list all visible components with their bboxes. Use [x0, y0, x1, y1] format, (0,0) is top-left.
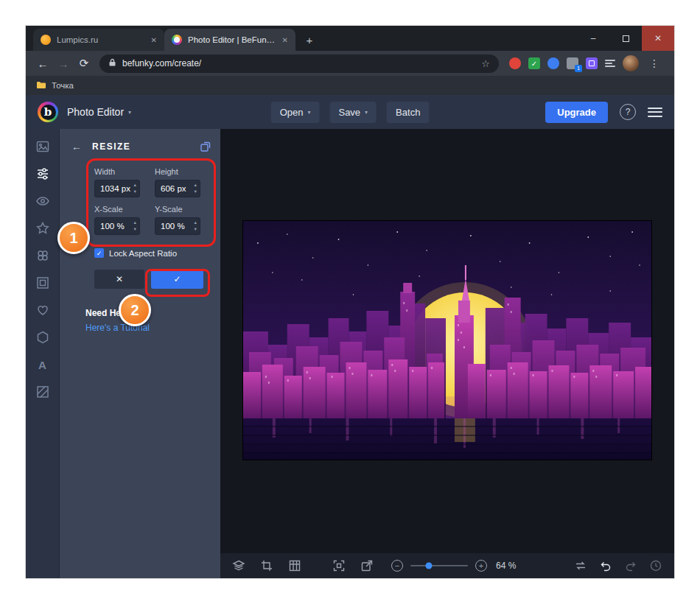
- tab-title: Lumpics.ru: [57, 35, 145, 44]
- antivirus-ext-icon[interactable]: ✓: [528, 57, 540, 69]
- globe-ext-icon[interactable]: [547, 57, 559, 69]
- tab-lumpics[interactable]: Lumpics.ru ✕: [33, 29, 164, 51]
- stepper-down-icon[interactable]: ▼: [194, 228, 197, 232]
- compare-flip-icon[interactable]: [574, 559, 587, 572]
- lock-icon: [108, 57, 116, 70]
- layers-icon[interactable]: [232, 559, 245, 572]
- height-input[interactable]: 606 px ▲ ▼: [155, 180, 200, 197]
- photo-artboard[interactable]: [243, 221, 651, 460]
- adblock-ext-icon[interactable]: [509, 57, 521, 69]
- new-tab-button[interactable]: +: [300, 30, 319, 49]
- back-arrow-icon[interactable]: ←: [69, 138, 85, 155]
- app-menu-button[interactable]: Photo Editor ▾: [67, 106, 131, 118]
- textures-icon[interactable]: [35, 384, 50, 399]
- tab-title: Photo Editor | BeFunky: Free Onl: [188, 35, 276, 44]
- tool-rail: A: [26, 129, 60, 578]
- yscale-input[interactable]: 100 % ▲ ▼: [155, 217, 200, 235]
- lock-aspect-label: Lock Aspect Ratio: [109, 249, 177, 258]
- overlays-heart-icon[interactable]: [35, 303, 50, 317]
- graphics-hexagon-icon[interactable]: [35, 330, 50, 345]
- resize-panel: ← RESIZE Width Height 1034: [60, 129, 220, 578]
- bookmarks-bar: Точка: [26, 76, 674, 95]
- history-icon[interactable]: [649, 559, 662, 572]
- zoom-out-icon[interactable]: −: [391, 560, 403, 572]
- minimize-button[interactable]: –: [577, 26, 609, 51]
- frames-icon[interactable]: [35, 275, 50, 290]
- zoom-slider-handle[interactable]: [425, 563, 432, 569]
- url-text: befunky.com/create/: [122, 58, 201, 69]
- need-help-text: Need Help?: [85, 308, 220, 318]
- purple-ext-icon[interactable]: [586, 57, 598, 69]
- browser-menu-icon[interactable]: ⋮: [646, 57, 662, 69]
- stepper-up-icon[interactable]: ▲: [133, 183, 137, 188]
- redo-icon[interactable]: [624, 559, 637, 572]
- maximize-button[interactable]: [609, 26, 642, 51]
- text-tool-icon[interactable]: A: [35, 357, 50, 372]
- zoom-in-icon[interactable]: +: [475, 560, 487, 572]
- upgrade-button[interactable]: Upgrade: [545, 102, 608, 123]
- crop-icon[interactable]: [260, 559, 273, 572]
- xscale-label: X-Scale: [94, 205, 140, 214]
- tutorial-link[interactable]: Here's a Tutorial: [85, 323, 220, 333]
- stepper-up-icon[interactable]: ▲: [194, 221, 197, 225]
- image-manager-icon[interactable]: [35, 139, 50, 154]
- dimension-fields: 1034 px ▲ ▼ 606 px ▲ ▼: [94, 176, 220, 197]
- width-input[interactable]: 1034 px ▲ ▼: [94, 180, 140, 197]
- bookmark-star-icon[interactable]: ☆: [481, 58, 490, 69]
- effects-star-icon[interactable]: [35, 221, 50, 236]
- hamburger-menu-icon[interactable]: [648, 108, 662, 117]
- stepper-down-icon[interactable]: ▼: [133, 190, 137, 194]
- stepper-up-icon[interactable]: ▲: [133, 221, 137, 225]
- panel-title: RESIZE: [92, 141, 130, 152]
- stepper-down-icon[interactable]: ▼: [133, 228, 137, 232]
- reading-list-icon[interactable]: [605, 60, 615, 67]
- undo-icon[interactable]: [599, 559, 612, 572]
- tab-close-icon[interactable]: ✕: [282, 36, 288, 44]
- zoom-controls: − +: [391, 560, 487, 572]
- toolbar-right-group: [574, 559, 662, 572]
- batch-button[interactable]: Batch: [387, 102, 429, 123]
- lumpics-favicon-icon: [41, 35, 51, 45]
- zoom-level-text: 64 %: [496, 561, 516, 571]
- reload-button[interactable]: ⟳: [74, 54, 94, 73]
- height-value: 606 px: [161, 184, 186, 193]
- bookmark-item[interactable]: Точка: [52, 81, 74, 90]
- address-bar[interactable]: befunky.com/create/ ☆: [99, 55, 499, 73]
- help-button[interactable]: ?: [620, 104, 636, 120]
- forward-button[interactable]: →: [54, 54, 73, 73]
- screenshot-page: Lumpics.ru ✕ Photo Editor | BeFunky: Fre…: [0, 0, 700, 604]
- stepper-up-icon[interactable]: ▲: [194, 183, 197, 188]
- edit-sliders-icon[interactable]: [35, 166, 50, 181]
- save-button[interactable]: Save ▾: [329, 102, 377, 123]
- close-button[interactable]: ✕: [642, 26, 674, 51]
- befunky-logo[interactable]: b: [38, 102, 58, 122]
- touchup-eye-icon[interactable]: [35, 194, 50, 208]
- befunky-app: b Photo Editor ▾ Open ▾ Save ▾ Batch: [26, 95, 674, 578]
- scale-labels: X-Scale Y-Scale: [94, 205, 220, 214]
- xscale-steppers: ▲ ▼: [133, 221, 137, 231]
- tab-close-icon[interactable]: ✕: [151, 36, 157, 44]
- stepper-down-icon[interactable]: ▼: [194, 190, 197, 194]
- zoom-slider[interactable]: [410, 565, 468, 566]
- apply-button[interactable]: ✓: [151, 270, 203, 289]
- fit-screen-icon[interactable]: [332, 559, 346, 572]
- chevron-down-icon: ▾: [307, 109, 310, 116]
- open-button[interactable]: Open ▾: [271, 102, 320, 123]
- xscale-input[interactable]: 100 % ▲ ▼: [94, 217, 140, 235]
- apply-to-all-icon[interactable]: [200, 141, 211, 152]
- tab-befunky[interactable]: Photo Editor | BeFunky: Free Onl ✕: [164, 29, 295, 51]
- befunky-favicon-icon: [172, 35, 182, 45]
- badged-ext-icon[interactable]: 1: [567, 57, 578, 69]
- tab-strip: Lumpics.ru ✕ Photo Editor | BeFunky: Fre…: [26, 26, 674, 51]
- artsy-effects-icon[interactable]: [35, 248, 50, 263]
- help-block: Need Help? Here's a Tutorial: [85, 308, 220, 333]
- toolbar-left-group: [232, 559, 301, 572]
- lock-aspect-checkbox[interactable]: ✓: [94, 248, 104, 258]
- height-label: Height: [155, 167, 200, 176]
- back-button[interactable]: ←: [33, 54, 52, 73]
- grid-icon[interactable]: [288, 559, 301, 572]
- cancel-button[interactable]: ✕: [94, 270, 144, 289]
- yscale-steppers: ▲ ▼: [194, 221, 197, 231]
- fullscreen-export-icon[interactable]: [360, 559, 374, 572]
- profile-avatar[interactable]: [623, 55, 639, 71]
